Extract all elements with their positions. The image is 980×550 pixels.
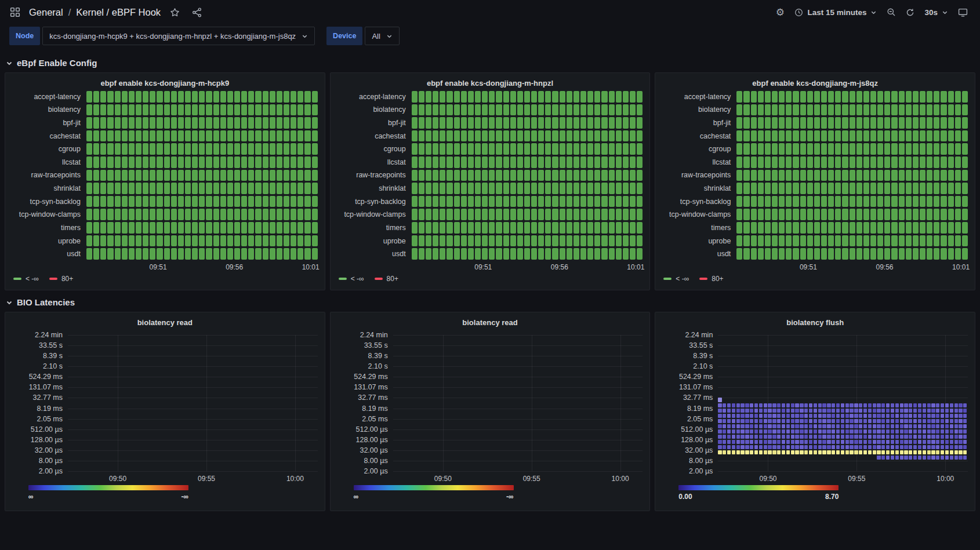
monitor-icon[interactable] (954, 4, 971, 20)
timeline-cell (538, 209, 544, 220)
legend-item-enabled[interactable]: < -∞ (13, 275, 39, 283)
timeline-cell (962, 196, 968, 207)
timeline-cell (609, 248, 615, 260)
legend-item-enabled[interactable]: < -∞ (663, 275, 689, 283)
y-tick-label: 2.24 min (360, 331, 388, 339)
breadcrumb-folder[interactable]: General (29, 7, 63, 18)
timeline-cell (248, 91, 254, 103)
timeline-cell (736, 143, 742, 155)
share-icon[interactable] (188, 4, 205, 20)
refresh-interval-picker[interactable]: 30s (920, 5, 952, 20)
zoom-out-icon[interactable] (883, 4, 899, 20)
heatmap-cell (827, 419, 830, 423)
panel-title[interactable]: biolatency read (337, 316, 643, 328)
y-tick-label: 2.05 ms (37, 415, 63, 423)
timeline-cell (192, 235, 198, 247)
heatmap-cell (732, 424, 735, 428)
category-label: cgroup (12, 143, 81, 155)
timeline-cell (793, 248, 798, 260)
timeline-cell (927, 235, 932, 247)
timeline-cell (482, 91, 488, 103)
heatmap-cell (827, 414, 830, 418)
timeline-cell (164, 248, 170, 260)
heatmap-cell (759, 409, 763, 413)
row-header-bio-latencies[interactable]: BIO Latencies (0, 290, 980, 312)
timeline-cell (412, 117, 418, 129)
panel-title[interactable]: biolatency read (12, 316, 318, 328)
legend-item-threshold[interactable]: 80+ (49, 275, 73, 283)
heatmap-cell (959, 440, 962, 444)
heatmap-plot[interactable] (393, 335, 643, 471)
heatmap-cell (818, 429, 822, 434)
heatmap-plot[interactable] (718, 335, 968, 471)
dashboard-settings-gear-icon[interactable]: ⚙ (772, 4, 788, 20)
timeline-cell (227, 222, 233, 234)
timeline-cell (171, 183, 177, 194)
heatmap-plot[interactable] (68, 335, 318, 471)
timeline-cell (206, 196, 212, 207)
timeline-plot[interactable] (736, 91, 968, 260)
heatmap-cell (804, 440, 808, 444)
star-icon[interactable] (166, 4, 183, 20)
heatmap-cell (786, 424, 790, 428)
timeline-cell (517, 209, 523, 220)
timeline-cell (171, 209, 177, 220)
heatmap-cell (941, 435, 944, 439)
refresh-icon[interactable] (902, 4, 918, 20)
panel-title[interactable]: ebpf enable kcs-dongjiang-m-hcpk9 (12, 77, 318, 89)
timeline-cell (884, 91, 890, 103)
x-tick-label: 09:56 (551, 263, 568, 271)
timeline-cell (129, 143, 135, 155)
time-range-picker[interactable]: Last 15 minutes (790, 5, 881, 20)
timeline-cell (962, 104, 968, 116)
timeline-cell (136, 183, 141, 194)
timeline-cell (552, 183, 558, 194)
x-axis: 09:5009:5510:00 (718, 471, 968, 485)
timeline-cell (772, 235, 778, 247)
timeline-plot[interactable] (412, 91, 643, 260)
timeline-cell (227, 170, 233, 181)
timeline-cell (580, 170, 586, 181)
breadcrumb-dashboard[interactable]: Kernel / eBPF Hook (76, 7, 161, 18)
timeline-plot[interactable] (86, 91, 318, 260)
legend-item-threshold[interactable]: 80+ (699, 275, 723, 283)
timeline-cell (870, 235, 876, 247)
heatmap-cell (954, 440, 958, 444)
timeline-cell (426, 209, 431, 220)
timeline-cell (426, 170, 431, 181)
heatmap-cell (759, 429, 763, 434)
timeline-cell (107, 170, 113, 181)
legend-item-threshold[interactable]: 80+ (375, 275, 398, 283)
heatmap-cell (950, 456, 953, 460)
heatmap-cell (723, 414, 726, 418)
heatmap-cell (745, 414, 749, 418)
timeline-cell (192, 104, 198, 116)
timeline-cell (171, 235, 177, 247)
row-header-ebpf-enable-config[interactable]: eBpf Enable Config (0, 51, 980, 72)
apps-grid-icon[interactable] (7, 4, 23, 20)
variable-node-select[interactable]: kcs-dongjiang-m-hcpk9 + kcs-dongjiang-m-… (42, 27, 315, 45)
timeline-cell (934, 104, 939, 116)
panel-title[interactable]: ebpf enable kcs-dongjiang-m-js8qz (662, 77, 968, 89)
heatmap-cell (923, 419, 926, 423)
heatmap-cell (954, 403, 958, 407)
panel-title[interactable]: biolatency flush (662, 316, 968, 328)
legend-item-enabled[interactable]: < -∞ (339, 275, 364, 283)
heatmap-cell (795, 419, 798, 423)
timeline-cell (447, 235, 452, 247)
timeline-cell (454, 222, 460, 234)
heatmap-cell (754, 429, 758, 434)
panel-title[interactable]: ebpf enable kcs-dongjiang-m-hnpzl (337, 77, 643, 89)
timeline-cell (150, 104, 155, 116)
variable-device-select[interactable]: All (365, 27, 399, 45)
y-tick-label: 2.10 s (368, 362, 388, 370)
timeline-cell (800, 196, 806, 207)
heatmap-cell (782, 409, 785, 413)
timeline-cell (821, 235, 827, 247)
legend-swatch-red (699, 278, 707, 280)
timeline-cell (567, 196, 572, 207)
timeline-cell (277, 130, 282, 142)
heatmap-cell (918, 403, 921, 407)
heatmap-cell (786, 414, 790, 418)
timeline-cell (454, 117, 460, 129)
